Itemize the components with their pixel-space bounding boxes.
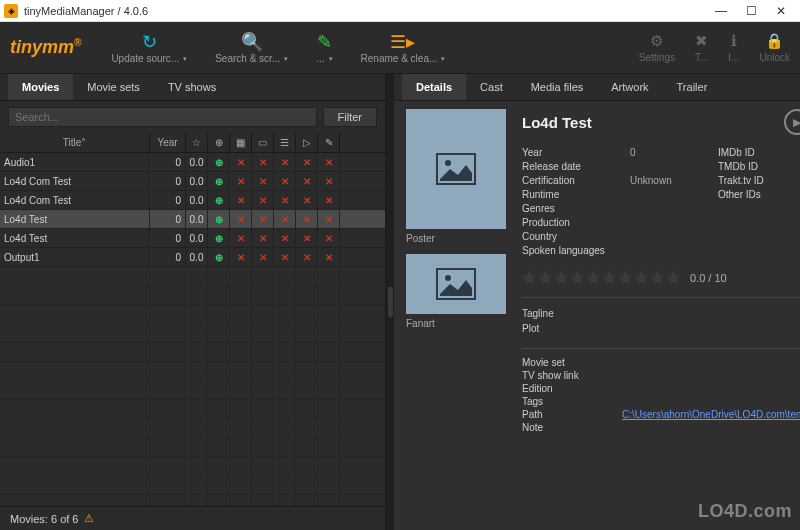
tv-show-link-label: TV show link <box>522 370 622 381</box>
col-image-icon[interactable]: ▦ <box>230 133 252 152</box>
empty-row <box>0 267 385 286</box>
cell-plus: ⊕ <box>208 172 230 190</box>
tab-movie-sets[interactable]: Movie sets <box>73 74 154 100</box>
logo: tinymm® <box>10 37 81 58</box>
poster-thumbnail[interactable] <box>406 109 506 229</box>
close-button[interactable]: ✕ <box>766 1 796 21</box>
cell-rating: 0.0 <box>186 229 208 247</box>
cell-title: Lo4d Test <box>0 210 150 228</box>
image-placeholder-icon <box>436 153 476 185</box>
year-label: Year <box>522 147 622 158</box>
empty-row <box>0 419 385 438</box>
col-wrench-icon[interactable]: ✎ <box>318 133 340 152</box>
update-sources-button[interactable]: ↻ Update sourc... <box>111 31 187 64</box>
tab-cast[interactable]: Cast <box>466 74 517 100</box>
main-toolbar: tinymm® ↻ Update sourc... 🔍 Search & scr… <box>0 22 800 74</box>
app-icon: ◈ <box>4 4 18 18</box>
table-row[interactable]: Output100.0⊕✕✕✕✕✕ <box>0 248 385 267</box>
certification-label: Certification <box>522 175 622 186</box>
empty-row <box>0 362 385 381</box>
cell-flag5: ✕ <box>318 248 340 266</box>
cell-flag4: ✕ <box>296 172 318 190</box>
col-card-icon[interactable]: ▭ <box>252 133 274 152</box>
cell-flag3: ✕ <box>274 248 296 266</box>
tab-trailer[interactable]: Trailer <box>663 74 722 100</box>
col-cc-icon[interactable]: ☰ <box>274 133 296 152</box>
svg-point-1 <box>445 160 451 166</box>
certification-value: Unknown <box>630 175 710 186</box>
cell-title: Lo4d Com Test <box>0 191 150 209</box>
table-row[interactable]: Audio100.0⊕✕✕✕✕✕ <box>0 153 385 172</box>
cell-flag2: ✕ <box>252 210 274 228</box>
cell-plus: ⊕ <box>208 153 230 171</box>
right-tabbar: Details Cast Media files Artwork Trailer <box>394 74 800 101</box>
year-value: 0 <box>630 147 710 158</box>
panel-divider[interactable] <box>386 74 394 530</box>
runtime-label: Runtime <box>522 189 622 200</box>
cell-title: Lo4d Com Test <box>0 172 150 190</box>
genres-label: Genres <box>522 203 622 214</box>
cell-rating: 0.0 <box>186 172 208 190</box>
table-row[interactable]: Lo4d Com Test00.0⊕✕✕✕✕✕ <box>0 191 385 210</box>
cell-flag1: ✕ <box>230 248 252 266</box>
fanart-thumbnail[interactable] <box>406 254 506 314</box>
trakt-id-label: Trakt.tv ID <box>718 175 798 186</box>
table-row[interactable]: Lo4d Com Test00.0⊕✕✕✕✕✕ <box>0 172 385 191</box>
left-tabbar: Movies Movie sets TV shows <box>0 74 385 101</box>
cell-flag5: ✕ <box>318 210 340 228</box>
tab-media-files[interactable]: Media files <box>517 74 598 100</box>
unlock-button[interactable]: 🔒Unlock <box>759 32 790 63</box>
settings-button[interactable]: ⚙Settings <box>639 32 675 63</box>
play-button[interactable]: ▶ <box>784 109 800 135</box>
gear-icon: ⚙ <box>650 32 663 52</box>
filter-button[interactable]: Filter <box>323 107 377 127</box>
cell-year: 0 <box>150 248 186 266</box>
cell-flag5: ✕ <box>318 153 340 171</box>
tools-icon: ✖ <box>695 32 708 52</box>
tab-movies[interactable]: Movies <box>8 74 73 100</box>
cell-plus: ⊕ <box>208 248 230 266</box>
country-label: Country <box>522 231 622 242</box>
empty-row <box>0 457 385 476</box>
path-link[interactable]: C:\Users\ahorn\OneDrive\LO4D.com\temp <box>622 409 800 420</box>
col-play-icon[interactable]: ▷ <box>296 133 318 152</box>
minimize-button[interactable]: — <box>706 1 736 21</box>
movies-grid: Title˄ Year ☆ ⊕ ▦ ▭ ☰ ▷ ✎ Audio100.0⊕✕✕✕… <box>0 133 385 506</box>
cell-rating: 0.0 <box>186 153 208 171</box>
tab-tv-shows[interactable]: TV shows <box>154 74 230 100</box>
info-button[interactable]: ℹI... <box>728 32 739 63</box>
col-plus-icon[interactable]: ⊕ <box>208 133 230 152</box>
cell-year: 0 <box>150 191 186 209</box>
cell-year: 0 <box>150 210 186 228</box>
col-star-icon[interactable]: ☆ <box>186 133 208 152</box>
rename-clean-button[interactable]: ☰▸ Rename & clea... <box>361 31 446 64</box>
search-scrape-button[interactable]: 🔍 Search & scr... <box>215 31 288 64</box>
tab-artwork[interactable]: Artwork <box>597 74 662 100</box>
empty-row <box>0 343 385 362</box>
tmdb-id-label: TMDb ID <box>718 161 798 172</box>
edit-button[interactable]: ✎ ... <box>316 31 332 64</box>
cell-title: Audio1 <box>0 153 150 171</box>
tools-button[interactable]: ✖T... <box>695 32 708 63</box>
languages-label: Spoken languages <box>522 245 622 256</box>
movies-panel: Movies Movie sets TV shows Filter Title˄… <box>0 74 386 530</box>
rating-stars: ★★★★★★★★★★ 0.0 / 10 <box>522 268 800 298</box>
cell-flag2: ✕ <box>252 229 274 247</box>
movie-title: Lo4d Test <box>522 114 592 131</box>
lock-icon: 🔒 <box>765 32 784 52</box>
search-input[interactable] <box>8 107 317 127</box>
edition-label: Edition <box>522 383 622 394</box>
table-row[interactable]: Lo4d Test00.0⊕✕✕✕✕✕ <box>0 210 385 229</box>
cell-flag3: ✕ <box>274 172 296 190</box>
edit-icon: ✎ <box>317 31 332 53</box>
maximize-button[interactable]: ☐ <box>736 1 766 21</box>
tab-details[interactable]: Details <box>402 74 466 100</box>
col-year[interactable]: Year <box>150 133 186 152</box>
titlebar: ◈ tinyMediaManager / 4.0.6 — ☐ ✕ <box>0 0 800 22</box>
cell-flag2: ✕ <box>252 191 274 209</box>
note-label: Note <box>522 422 622 433</box>
cell-flag1: ✕ <box>230 210 252 228</box>
table-row[interactable]: Lo4d Test00.0⊕✕✕✕✕✕ <box>0 229 385 248</box>
col-title[interactable]: Title˄ <box>0 133 150 152</box>
cell-flag5: ✕ <box>318 229 340 247</box>
